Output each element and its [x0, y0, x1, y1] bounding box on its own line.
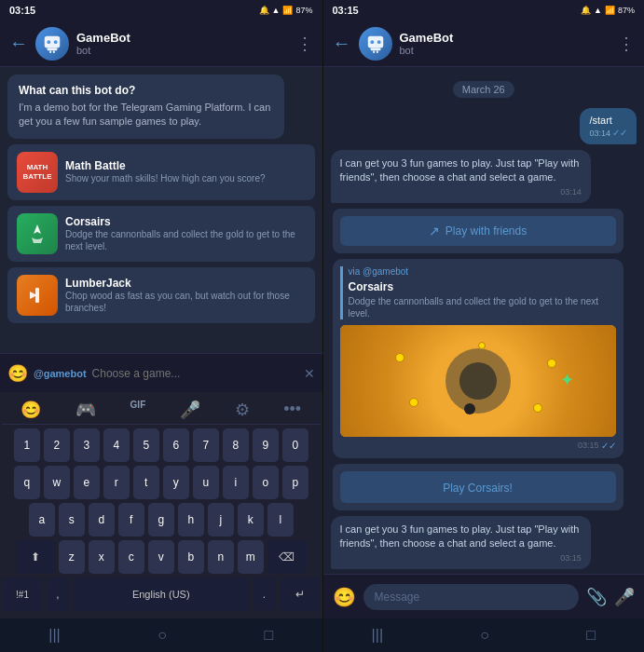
key-p[interactable]: p: [282, 466, 308, 499]
key-u[interactable]: u: [193, 466, 219, 499]
back-button-right[interactable]: ←: [333, 33, 351, 54]
key-h[interactable]: h: [178, 503, 204, 537]
period-key[interactable]: .: [253, 577, 276, 611]
search-input-left[interactable]: [92, 367, 298, 380]
svg-point-9: [377, 40, 380, 44]
battery-right: 87%: [618, 6, 635, 15]
key-b[interactable]: b: [178, 540, 204, 574]
msg-in-1: I can get you 3 fun games to play. Just …: [331, 150, 591, 203]
more-button-left[interactable]: ⋮: [296, 34, 313, 54]
gif-key[interactable]: GIF: [130, 400, 146, 420]
key-6[interactable]: 6: [163, 428, 189, 462]
key-t[interactable]: t: [133, 466, 159, 499]
key-y[interactable]: y: [163, 466, 189, 499]
nav-back-right[interactable]: |||: [372, 627, 383, 644]
game-item-corsairs[interactable]: Corsairs Dodge the cannonballs and colle…: [7, 206, 315, 262]
nav-home-right[interactable]: ○: [480, 627, 489, 644]
signal-icon-right: 📶: [605, 6, 615, 15]
message-input-box[interactable]: Message: [363, 584, 580, 610]
bot-info-right: GameBot bot: [400, 31, 611, 56]
corsairs-card[interactable]: via @gamebot Corsairs Dodge the cannonba…: [333, 259, 623, 458]
shift-key[interactable]: ⬆: [16, 540, 55, 574]
svg-rect-11: [373, 50, 375, 53]
svg-rect-7: [367, 35, 383, 48]
nav-back-left[interactable]: |||: [48, 627, 60, 644]
bot-avatar-left: [35, 27, 69, 61]
game-item-lumber[interactable]: LumberJack Chop wood as fast as you can,…: [7, 267, 315, 323]
key-2[interactable]: 2: [44, 428, 70, 462]
key-r[interactable]: r: [103, 466, 130, 499]
emoji-button-right[interactable]: 😊: [333, 586, 356, 608]
math-desc: Show your math skills! How high can you …: [65, 172, 266, 184]
msg-time-2: 03:15: [340, 553, 582, 563]
settings-key[interactable]: ⚙: [235, 400, 250, 420]
corsairs-thumb: [17, 213, 58, 254]
math-thumb: MATHBATTLE: [17, 152, 58, 193]
emoji-button-left[interactable]: 😊: [7, 363, 28, 384]
clear-button-left[interactable]: ✕: [304, 366, 315, 381]
nav-home-left[interactable]: ○: [158, 627, 167, 644]
key-g[interactable]: g: [148, 503, 174, 537]
right-input-area: 😊 Message 📎 🎤: [323, 574, 645, 618]
key-9[interactable]: 9: [253, 428, 279, 462]
status-bar-left: 03:15 🔔 ▲ 📶 87%: [0, 0, 322, 20]
symbol-key[interactable]: !#1: [2, 577, 43, 611]
corsairs-btn-inner[interactable]: Play Corsairs!: [340, 471, 616, 503]
key-d[interactable]: d: [89, 503, 115, 537]
wifi-icon: ▲: [272, 6, 281, 15]
battery-left: 87%: [295, 6, 312, 15]
key-7[interactable]: 7: [193, 428, 219, 462]
sticker-key[interactable]: 🎮: [75, 400, 96, 420]
info-title: What can this bot do?: [19, 84, 273, 97]
back-button-left[interactable]: ←: [9, 33, 28, 54]
key-8[interactable]: 8: [223, 428, 249, 462]
play-with-friends-btn-1[interactable]: ↗ Play with friends: [333, 209, 623, 253]
enter-key[interactable]: ↵: [280, 577, 321, 611]
play-corsairs-btn[interactable]: Play Corsairs!: [333, 464, 623, 510]
more-button-right[interactable]: ⋮: [618, 34, 635, 54]
svg-point-2: [54, 40, 58, 44]
key-v[interactable]: v: [148, 540, 174, 574]
key-3[interactable]: 3: [74, 428, 100, 462]
bot-info-left: GameBot bot: [76, 31, 289, 56]
math-title: Math Battle: [65, 159, 266, 172]
key-z[interactable]: z: [59, 540, 85, 574]
mic-key[interactable]: 🎤: [180, 400, 200, 420]
status-bar-right: 03:15 🔔 ▲ 📶 87%: [323, 0, 645, 20]
backspace-key[interactable]: ⌫: [267, 540, 307, 574]
corsairs-title: Corsairs: [65, 215, 306, 228]
play-btn-inner-1[interactable]: ↗ Play with friends: [340, 216, 616, 246]
emoji-key[interactable]: 😊: [21, 400, 41, 420]
key-l[interactable]: l: [267, 503, 294, 537]
nav-recent-right[interactable]: □: [586, 627, 596, 644]
key-a[interactable]: a: [29, 503, 55, 537]
key-i[interactable]: i: [223, 466, 249, 499]
key-n[interactable]: n: [208, 540, 234, 574]
key-k[interactable]: k: [238, 503, 264, 537]
key-0[interactable]: 0: [282, 428, 308, 462]
key-m[interactable]: m: [238, 540, 264, 574]
key-q[interactable]: q: [14, 466, 40, 499]
comma-key[interactable]: ,: [47, 577, 69, 611]
more-key[interactable]: •••: [283, 400, 301, 420]
key-x[interactable]: x: [89, 540, 115, 574]
key-1[interactable]: 1: [14, 428, 40, 462]
asdf-row: a s d f g h j k l: [2, 503, 321, 537]
start-time: 03:14 ✓✓: [589, 128, 627, 138]
space-key[interactable]: English (US): [73, 577, 250, 611]
key-o[interactable]: o: [253, 466, 279, 499]
key-w[interactable]: w: [44, 466, 70, 499]
key-c[interactable]: c: [118, 540, 144, 574]
game-item-math[interactable]: MATHBATTLE Math Battle Show your math sk…: [7, 144, 315, 200]
key-5[interactable]: 5: [133, 428, 159, 462]
key-f[interactable]: f: [118, 503, 144, 537]
key-4[interactable]: 4: [103, 428, 130, 462]
msg-out-start: /start 03:14 ✓✓: [580, 108, 637, 144]
card-content: via @gamebot Corsairs Dodge the cannonba…: [340, 266, 616, 319]
nav-recent-left[interactable]: □: [265, 627, 274, 644]
key-e[interactable]: e: [74, 466, 100, 499]
attach-button[interactable]: 📎: [586, 587, 607, 607]
mic-button-right[interactable]: 🎤: [614, 587, 635, 607]
key-s[interactable]: s: [59, 503, 85, 537]
key-j[interactable]: j: [208, 503, 234, 537]
